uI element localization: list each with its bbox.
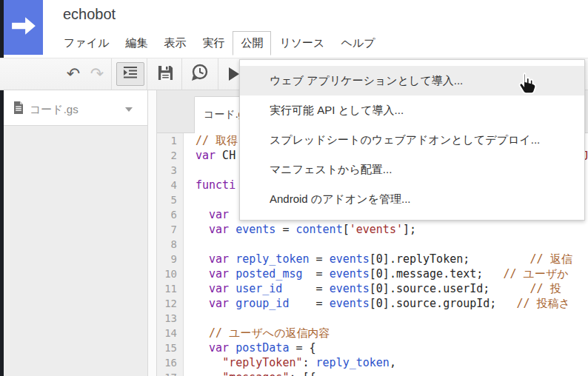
code-line: var user_id = events[0].source.userId; /… [196,281,572,296]
sidebar-file-item[interactable]: コード.gs [4,93,147,126]
code-line: "replyToken": reply_token, [196,355,572,370]
line-number: 4 [157,178,183,192]
line-number: 15 [157,340,183,355]
line-number: 5 [157,192,183,207]
line-number-gutter: 1234567891011121314151617 [157,133,184,376]
code-line: var reply_token = events[0].replyToken; … [196,252,572,266]
line-number: 10 [157,266,183,281]
file-sidebar: コード.gs [4,90,148,376]
menu-resources[interactable]: リソース [271,31,333,56]
line-number: 11 [157,281,183,296]
menu-run[interactable]: 実行 [194,31,233,56]
line-number: 6 [157,207,183,222]
code-line: var group_id = events[0].source.groupId;… [196,296,572,311]
code-line [196,311,572,326]
toolbar-separator [147,58,147,90]
menu-edit[interactable]: 編集 [117,31,156,56]
toolbar-separator [111,58,112,90]
line-number: 8 [157,237,183,252]
sidebar-background [4,126,147,376]
line-number: 16 [157,355,183,370]
undo-button[interactable]: ↶ [61,62,86,86]
save-button[interactable] [153,62,178,86]
menubar: ファイル編集表示実行公開リソースヘルプ [56,31,384,56]
menu-file[interactable]: ファイル [56,31,117,56]
play-icon [229,67,239,81]
line-number: 7 [157,222,183,237]
apps-script-editor-window: echobot ファイル編集表示実行公開リソースヘルプ ↶ ↷ [0,0,588,376]
file-name: コード.gs [30,103,78,117]
line-number: 9 [157,252,183,266]
menu-help[interactable]: ヘルプ [333,31,383,56]
code-line: "messages": [{ [196,370,572,376]
document-icon [13,101,24,117]
history-clock-icon [190,63,210,85]
code-line: var events = content['events']; [196,222,572,237]
project-title[interactable]: echobot [63,6,116,23]
code-line [196,237,572,252]
indent-button[interactable] [116,62,144,86]
hand-cursor [517,71,537,97]
arrow-right-icon [10,13,37,42]
redo-icon: ↷ [90,66,104,82]
line-number: 14 [157,326,183,340]
code-line: // ユーザへの返信内容 [196,326,572,340]
save-icon [157,64,174,84]
menu-item-deploy-api[interactable]: 実行可能 API として導入... [240,95,584,125]
menu-publish[interactable]: 公開 [233,31,271,56]
line-number: 1 [157,133,183,148]
line-number: 2 [157,148,183,163]
menu-item-manage-android-addons[interactable]: Android のアドオンを管理... [240,184,584,214]
redo-button[interactable]: ↷ [84,62,110,86]
toolbar-separator [218,58,218,90]
sidebar-splitter[interactable] [148,90,157,376]
menu-item-deploy-sheets-addon[interactable]: スプレッドシートのウェブアドオンとしてデプロイ... [240,125,584,155]
history-button[interactable] [187,62,213,86]
line-number: 13 [157,311,183,326]
line-number: 17 [157,370,183,376]
line-number: 12 [157,296,183,311]
code-line: var posted_msg = events[0].message.text;… [196,266,572,281]
indent-icon [123,67,138,81]
line-number: 3 [157,163,183,178]
menu-item-deploy-from-manifest[interactable]: マニフェストから配置... [240,155,584,184]
undo-icon: ↶ [67,66,80,82]
apps-script-logo [4,0,43,55]
code-line: var postData = { [196,340,572,355]
toolbar-separator [181,58,182,90]
chevron-down-icon[interactable] [125,107,133,112]
menu-view[interactable]: 表示 [156,31,194,56]
